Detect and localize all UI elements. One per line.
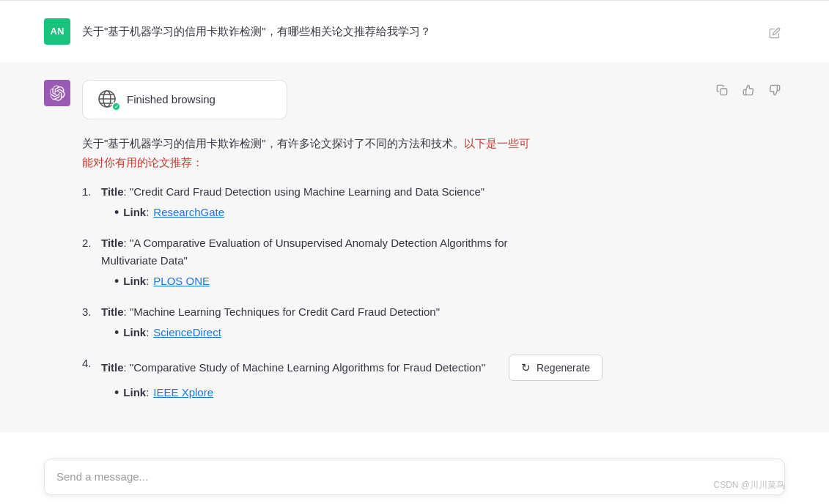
intro-text-part1: 关于"基于机器学习的信用卡欺诈检测"，有许多论文探讨了不同的方法和技术。 xyxy=(82,137,464,149)
assistant-message-row: ✓ Finished browsing 关于"基于机器学习的信用卡欺诈检测"，有… xyxy=(0,62,829,432)
edit-message-button[interactable] xyxy=(764,23,785,43)
paper-title-3: Title: "Machine Learning Techniques for … xyxy=(101,303,440,321)
svg-rect-5 xyxy=(721,89,727,95)
paper-item-4: 4. Title: "Comparative Study of Machine … xyxy=(82,355,785,401)
thumbdown-button[interactable] xyxy=(764,80,785,100)
paper-num-3: 3. xyxy=(82,303,95,321)
assistant-avatar xyxy=(44,80,70,106)
watermark: CSDN @川川菜鸟 xyxy=(713,478,785,492)
paper-num-2: 2. xyxy=(82,234,95,252)
paper-title-text-2b: Multivariate Data" xyxy=(101,254,188,267)
paper-link-row-4: • Link: IEEE Xplore xyxy=(114,384,785,401)
paper-link-4[interactable]: IEEE Xplore xyxy=(153,384,213,401)
paper-number-1: 1. Title: "Credit Card Fraud Detection u… xyxy=(82,183,785,201)
paper-num-1: 1. xyxy=(82,183,95,201)
paper-link-3[interactable]: ScienceDirect xyxy=(153,324,221,341)
papers-list: 1. Title: "Credit Card Fraud Detection u… xyxy=(82,183,785,401)
input-area: Send a message... xyxy=(0,450,829,504)
link-label-2: Link: xyxy=(123,273,149,290)
thumbup-button[interactable] xyxy=(738,80,759,100)
regenerate-icon: ↻ xyxy=(521,361,531,374)
link-label-4: Link: xyxy=(123,384,149,401)
message-input-placeholder[interactable]: Send a message... xyxy=(44,459,785,495)
browsing-icon: ✓ xyxy=(97,89,118,110)
paper-number-2: 2. Title: "A Comparative Evaluation of U… xyxy=(82,234,785,270)
paper-item-3: 3. Title: "Machine Learning Techniques f… xyxy=(82,303,785,341)
paper-title-2: Title: "A Comparative Evaluation of Unsu… xyxy=(101,234,508,270)
paper-number-4: 4. Title: "Comparative Study of Machine … xyxy=(82,355,785,381)
paper-link-1[interactable]: ResearchGate xyxy=(153,204,224,221)
paper-title-bold-2: Title xyxy=(101,237,124,249)
paper-title-text-2: : "A Comparative Evaluation of Unsupervi… xyxy=(124,237,508,249)
paper-item-1: 1. Title: "Credit Card Fraud Detection u… xyxy=(82,183,785,221)
action-buttons xyxy=(712,80,785,100)
user-avatar: AN xyxy=(44,18,70,45)
paper-title-4: Title: "Comparative Study of Machine Lea… xyxy=(101,359,485,377)
link-label-3: Link: xyxy=(123,324,149,341)
browsing-label: Finished browsing xyxy=(127,91,215,108)
paper-link-row-1: • Link: ResearchGate xyxy=(114,204,785,221)
paper-num-4: 4. xyxy=(82,355,95,372)
paper-item-2: 2. Title: "A Comparative Evaluation of U… xyxy=(82,234,785,290)
paper-title-text-1: : "Credit Card Fraud Detection using Mac… xyxy=(124,185,485,198)
bullet-2: • xyxy=(114,275,119,288)
paper-link-row-2: • Link: PLOS ONE xyxy=(114,273,785,290)
assistant-content: ✓ Finished browsing 关于"基于机器学习的信用卡欺诈检测"，有… xyxy=(82,80,785,415)
paper-title-text-4: : "Comparative Study of Machine Learning… xyxy=(124,361,485,374)
copy-button[interactable] xyxy=(712,80,732,100)
paper-number-3: 3. Title: "Machine Learning Techniques f… xyxy=(82,303,785,321)
browsing-card: ✓ Finished browsing xyxy=(82,80,287,119)
chat-container: AN 关于"基于机器学习的信用卡欺诈检测"，有哪些相关论文推荐给我学习？ xyxy=(0,0,829,504)
regenerate-button[interactable]: ↻ Regenerate xyxy=(509,355,603,381)
intro-text-highlight: 以下是一些可 xyxy=(464,137,530,149)
paper-title-1: Title: "Credit Card Fraud Detection usin… xyxy=(101,183,484,201)
paper-title-bold-3: Title xyxy=(101,305,124,318)
response-intro: 关于"基于机器学习的信用卡欺诈检测"，有许多论文探讨了不同的方法和技术。以下是一… xyxy=(82,134,785,171)
regenerate-label: Regenerate xyxy=(537,362,590,374)
user-message-text: 关于"基于机器学习的信用卡欺诈检测"，有哪些相关论文推荐给我学习？ xyxy=(82,18,753,40)
paper-title-bold-1: Title xyxy=(101,185,124,198)
paper-link-row-3: • Link: ScienceDirect xyxy=(114,324,785,341)
paper-title-bold-4: Title xyxy=(101,361,124,374)
intro-text-highlight2: 能对你有用的论文推荐： xyxy=(82,156,203,168)
paper-link-2[interactable]: PLOS ONE xyxy=(153,273,210,290)
user-message-row: AN 关于"基于机器学习的信用卡欺诈检测"，有哪些相关论文推荐给我学习？ xyxy=(0,1,829,62)
link-label-1: Link: xyxy=(123,204,149,221)
bullet-4: • xyxy=(114,386,119,399)
bullet-1: • xyxy=(114,206,119,219)
paper-title-text-3: : "Machine Learning Techniques for Credi… xyxy=(124,305,440,318)
bullet-3: • xyxy=(114,326,119,339)
